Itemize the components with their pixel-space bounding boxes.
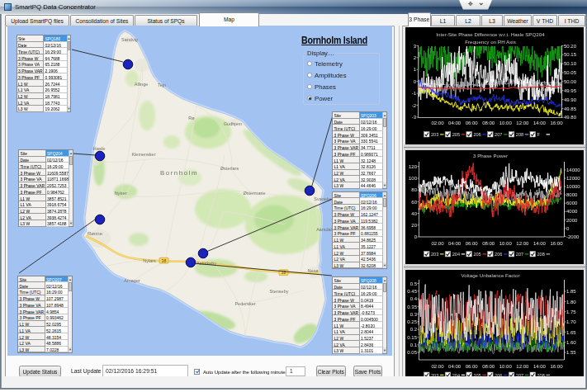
svg-text:207: 207 xyxy=(516,252,523,257)
svg-text:-2: -2 xyxy=(412,103,417,108)
svg-text:10:00: 10:00 xyxy=(499,364,513,369)
svg-text:100: 100 xyxy=(409,176,418,181)
svg-text:10:00: 10:00 xyxy=(499,120,513,125)
svg-text:14:00: 14:00 xyxy=(533,364,547,369)
svg-text:12:00: 12:00 xyxy=(516,241,529,246)
svg-text:-1: -1 xyxy=(412,91,417,96)
svg-text:Inter-Site Phase Difference w.: Inter-Site Phase Difference w.r.t. Hasle… xyxy=(436,31,545,37)
svg-text:1.60: 1.60 xyxy=(566,340,576,345)
svg-text:12:00: 12:00 xyxy=(516,364,529,369)
svg-text:Frequency on RH Axis: Frequency on RH Axis xyxy=(465,39,516,45)
svg-text:40: 40 xyxy=(411,211,417,216)
svg-text:49.85: 49.85 xyxy=(564,106,577,111)
svg-text:04:00: 04:00 xyxy=(448,241,462,246)
svg-text:1.80: 1.80 xyxy=(566,300,576,305)
svg-text:0.2: 0.2 xyxy=(410,327,418,332)
svg-text:1.70: 1.70 xyxy=(566,319,576,324)
svg-text:02:00: 02:00 xyxy=(431,241,444,246)
svg-text:50.15: 50.15 xyxy=(564,52,577,57)
svg-text:206: 206 xyxy=(473,132,480,137)
svg-text:20: 20 xyxy=(411,223,417,228)
svg-text:16:00: 16:00 xyxy=(550,241,563,246)
svg-text:02:00: 02:00 xyxy=(431,364,444,369)
svg-text:14:00: 14:00 xyxy=(533,120,547,125)
svg-text:0.1: 0.1 xyxy=(410,342,418,347)
svg-text:203: 203 xyxy=(431,132,438,137)
svg-text:203: 203 xyxy=(431,252,438,257)
svg-text:49.95: 49.95 xyxy=(564,88,577,93)
svg-text:0.05: 0.05 xyxy=(407,350,417,355)
svg-text:50.05: 50.05 xyxy=(564,70,577,75)
svg-text:04:00: 04:00 xyxy=(448,120,462,125)
svg-text:0.45: 0.45 xyxy=(407,289,417,294)
svg-text:14000: 14000 xyxy=(566,168,580,172)
svg-text:16:00: 16:00 xyxy=(550,364,563,369)
svg-text:50.10: 50.10 xyxy=(564,61,577,66)
svg-text:0.35: 0.35 xyxy=(407,305,417,309)
svg-text:207: 207 xyxy=(495,132,502,137)
svg-text:10:00: 10:00 xyxy=(499,241,513,246)
svg-text:0.4: 0.4 xyxy=(410,296,418,301)
svg-text:0.25: 0.25 xyxy=(407,319,417,324)
svg-text:1.75: 1.75 xyxy=(566,309,576,314)
svg-text:205: 205 xyxy=(473,252,480,257)
svg-text:1.65: 1.65 xyxy=(566,330,576,335)
svg-text:49.80: 49.80 xyxy=(564,115,577,120)
svg-text:08:00: 08:00 xyxy=(482,364,495,369)
svg-text:-2000: -2000 xyxy=(566,234,580,239)
svg-text:0.15: 0.15 xyxy=(407,335,417,340)
svg-text:16:00: 16:00 xyxy=(550,120,563,125)
svg-text:12:00: 12:00 xyxy=(516,120,529,125)
svg-text:06:00: 06:00 xyxy=(466,120,479,125)
svg-text:120: 120 xyxy=(409,164,418,169)
svg-text:208: 208 xyxy=(516,132,523,137)
svg-text:1.55: 1.55 xyxy=(566,350,576,355)
svg-text:60: 60 xyxy=(411,200,417,205)
svg-text:10000: 10000 xyxy=(566,184,580,189)
svg-text:206: 206 xyxy=(495,252,502,257)
svg-text:04:00: 04:00 xyxy=(448,364,462,369)
svg-text:14:00: 14:00 xyxy=(533,241,547,246)
svg-text:08:00: 08:00 xyxy=(482,120,495,125)
svg-text:06:00: 06:00 xyxy=(466,364,479,369)
svg-text:08:00: 08:00 xyxy=(482,241,495,246)
svg-text:205: 205 xyxy=(452,132,460,137)
svg-text:1.85: 1.85 xyxy=(566,289,576,294)
svg-text:204: 204 xyxy=(452,252,460,257)
svg-text:6000: 6000 xyxy=(566,201,578,205)
svg-text:80: 80 xyxy=(411,187,417,192)
svg-text:0.3: 0.3 xyxy=(410,312,418,317)
svg-text:F: F xyxy=(537,132,541,137)
svg-text:-3: -3 xyxy=(412,115,417,120)
svg-text:Voltage Unbalance Factor: Voltage Unbalance Factor xyxy=(461,272,519,278)
svg-text:50.00: 50.00 xyxy=(564,79,577,84)
svg-text:2000: 2000 xyxy=(566,218,578,223)
svg-text:06:00: 06:00 xyxy=(466,241,479,246)
svg-text:02:00: 02:00 xyxy=(431,120,444,125)
svg-text:50.20: 50.20 xyxy=(564,44,577,49)
svg-text:4000: 4000 xyxy=(566,209,578,214)
svg-text:8000: 8000 xyxy=(566,192,578,197)
svg-text:3 Phase Power: 3 Phase Power xyxy=(473,153,508,158)
svg-text:208: 208 xyxy=(537,252,545,257)
svg-text:49.90: 49.90 xyxy=(564,97,577,102)
svg-text:0.5: 0.5 xyxy=(410,281,418,286)
svg-text:12000: 12000 xyxy=(566,176,580,181)
